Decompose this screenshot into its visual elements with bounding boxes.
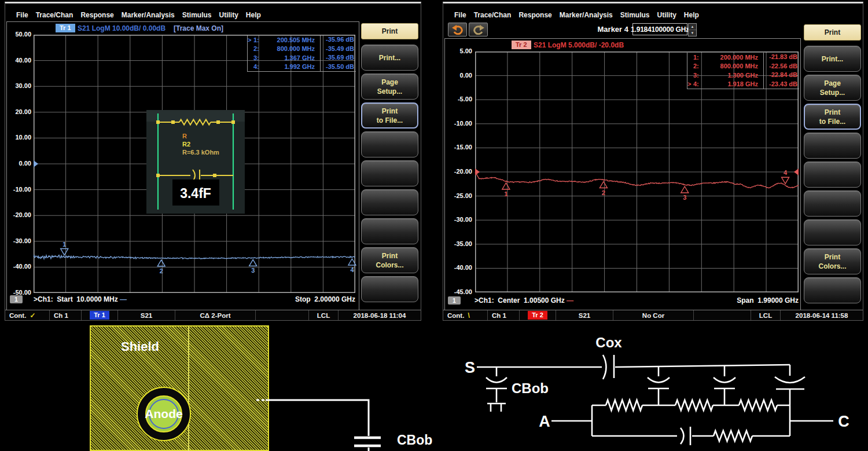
marker-readout-row: >4:1.918 GHz-23.43 dB (687, 80, 799, 89)
menu-trace-chan[interactable]: Trace/Chan (36, 11, 73, 19)
marker-readout-table: 1:200.000 MHz-21.83 dB2:800.000 MHz-22.5… (687, 53, 799, 89)
status-continuous: Cont.\ (443, 310, 488, 320)
svg-text:3: 3 (683, 194, 686, 201)
menu-file[interactable]: File (16, 11, 28, 19)
softkey-blank (361, 276, 418, 302)
menu-response[interactable]: Response (80, 11, 113, 19)
softkey-print-[interactable]: Print... (804, 46, 861, 72)
softkey-print-[interactable]: Print... (361, 45, 418, 71)
trace-color-dash: — (120, 295, 127, 303)
status-trace[interactable]: Tr 2 (520, 310, 556, 320)
status-measurement[interactable]: S21 (556, 310, 613, 320)
menu-marker-analysis[interactable]: Marker/Analysis (560, 11, 613, 19)
menu-stimulus[interactable]: Stimulus (620, 11, 650, 19)
menu-utility[interactable]: Utility (657, 11, 676, 19)
svg-text:3: 3 (251, 267, 255, 274)
menu-help[interactable]: Help (684, 11, 699, 19)
menu-trace-chan[interactable]: Trace/Chan (474, 11, 512, 19)
sweep-indicator-icon: ✓ (30, 311, 35, 320)
softkey-print[interactable]: Print (361, 23, 418, 39)
menu-stimulus[interactable]: Stimulus (182, 11, 212, 19)
status-correction: CΔ 2-Port (175, 310, 256, 320)
y-tick: -35.00 (445, 240, 472, 247)
menu-help[interactable]: Help (246, 11, 261, 19)
resistor-icon (713, 431, 752, 441)
schematic-label-cbob: CBob (512, 380, 549, 396)
channel-badge[interactable]: 1 (448, 296, 461, 305)
status-channel[interactable]: Ch 1 (50, 310, 82, 320)
y-tick: 0.00 (445, 72, 472, 79)
menu-response[interactable]: Response (518, 11, 551, 19)
y-tick: -30.00 (445, 216, 472, 223)
resistor-icons (606, 400, 777, 441)
trace-badge[interactable]: Tr 1 (56, 24, 75, 32)
status-lcl: LCL (309, 310, 339, 320)
status-lcl: LCL (751, 310, 781, 320)
svg-text:4: 4 (350, 266, 354, 273)
redo-button[interactable] (469, 23, 488, 36)
stimulus-stop: Stop 2.00000 GHz (295, 295, 355, 303)
undo-icon (451, 25, 464, 35)
undo-button[interactable] (448, 23, 467, 36)
status-trace[interactable]: Tr 1 (82, 310, 118, 320)
y-tick: -40.00 (7, 263, 31, 270)
softkey-blank (804, 133, 861, 159)
softkey-page-setup-[interactable]: PageSetup... (361, 74, 418, 100)
shunt-capacitor-icon (713, 365, 735, 405)
vna-window-right: FileTrace/ChanResponseMarker/AnalysisSti… (443, 2, 863, 321)
softkey-blank (361, 131, 418, 157)
status-bar: Cont.\ Ch 1 Tr 2 S21 No Cor LCL 2018-06-… (443, 310, 863, 320)
status-continuous: Cont.✓ (5, 310, 50, 320)
softkey-page-setup-[interactable]: PageSetup... (804, 75, 861, 101)
anode-label: Anode (145, 407, 182, 420)
menu-file[interactable]: File (454, 11, 466, 19)
trace-header: S21 LogM 5.000dB/ -20.0dB (534, 41, 624, 49)
softkey-print[interactable]: Print (804, 24, 861, 41)
y-tick: -40.00 (445, 264, 472, 271)
softkey-print-to-file-[interactable]: Printto File... (361, 102, 418, 129)
y-tick: -25.00 (445, 192, 472, 199)
spin-down-icon[interactable]: ▼ (689, 30, 696, 36)
y-tick: -30.00 (7, 237, 31, 244)
spin-up-icon[interactable]: ▲ (689, 24, 696, 30)
toolbar: Marker 4 1.9184100000 GHz ▲ ▼ (443, 22, 863, 37)
softkey-print-colors-[interactable]: PrintColors... (804, 248, 861, 274)
y-tick: -20.00 (445, 168, 472, 175)
y-tick: -5.00 (445, 96, 472, 102)
cox-capacitor-icon (603, 355, 606, 379)
trace-badge[interactable]: Tr 2 (512, 41, 531, 49)
resistor-icon (739, 400, 777, 410)
shunt-capacitor-icon (648, 366, 670, 405)
inset-schematic: R R2 R=6.3 kOhm 3.4fF (146, 110, 245, 214)
inset-r-value: R=6.3 kOhm (182, 149, 219, 156)
softkey-blank (804, 277, 861, 303)
softkey-print-to-file-[interactable]: Printto File... (804, 104, 861, 130)
status-measurement[interactable]: S21 (118, 310, 175, 320)
schematic-label-cox: Cox (595, 335, 622, 350)
menu-utility[interactable]: Utility (219, 11, 238, 19)
stimulus-center: >Ch1: Center 1.00500 GHz — (475, 296, 573, 305)
sweep-indicator-icon: \ (468, 311, 469, 320)
shunt-capacitor-icon (775, 365, 805, 436)
schematic-label-a: A (539, 413, 550, 430)
series-capacitor-icon (681, 428, 684, 444)
status-spacer (256, 310, 309, 320)
marker-readout-row: 1:200.000 MHz-21.83 dB (687, 53, 799, 62)
status-channel[interactable]: Ch 1 (488, 310, 520, 320)
marker-readout-row: 2:800.000 MHz-22.56 dB (687, 62, 799, 71)
marker-value-spinner[interactable]: ▲ ▼ (688, 23, 697, 36)
channel-badge[interactable]: 1 (10, 295, 23, 303)
y-tick: 5.00 (445, 47, 472, 54)
status-spacer (694, 310, 751, 320)
marker-value-input[interactable]: 1.9184100000 GHz (632, 23, 687, 35)
schematic-label-s: S (465, 359, 475, 376)
svg-text:2: 2 (160, 267, 163, 274)
menu-marker-analysis[interactable]: Marker/Analysis (122, 11, 175, 19)
menu-bar: FileTrace/ChanResponseMarker/AnalysisSti… (5, 9, 421, 21)
softkey-print-colors-[interactable]: PrintColors... (361, 247, 418, 273)
resistor-icon (606, 400, 642, 410)
redo-icon (472, 25, 485, 35)
inset-r-type: R (182, 133, 187, 140)
softkey-column: PrintPrint...PageSetup...Printto File...… (802, 23, 863, 310)
y-tick: 30.00 (7, 82, 31, 89)
